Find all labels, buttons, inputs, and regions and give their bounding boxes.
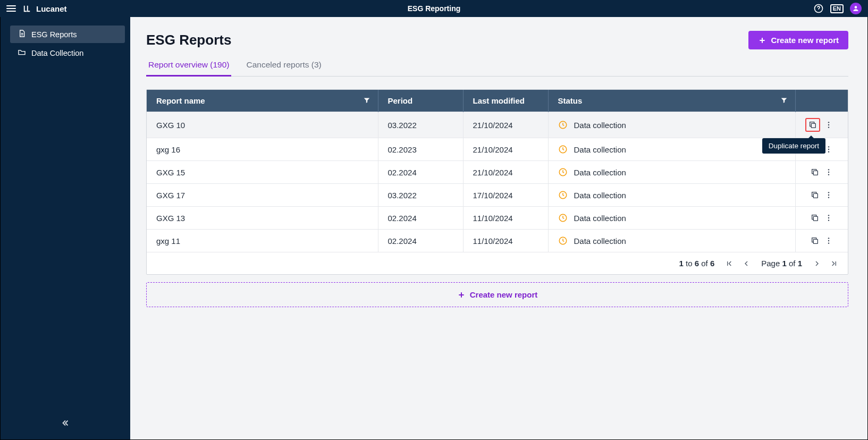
sidebar-collapse-button[interactable]	[61, 418, 70, 430]
filter-icon[interactable]	[363, 96, 370, 105]
create-report-button[interactable]: Create new report	[748, 31, 848, 49]
duplicate-report-button[interactable]	[810, 190, 820, 200]
svg-point-21	[828, 197, 829, 198]
table-row[interactable]: GXG 1003.202221/10/2024Data collectionDu…	[147, 112, 848, 138]
table-row[interactable]: GXG 1502.202421/10/2024Data collection	[147, 161, 848, 184]
cell-period: 02.2024	[378, 207, 463, 230]
cell-last-modified: 17/10/2024	[463, 184, 548, 207]
svg-rect-23	[813, 216, 818, 221]
cell-period: 03.2022	[378, 184, 463, 207]
svg-rect-13	[813, 171, 818, 175]
svg-point-14	[828, 169, 829, 170]
clock-icon	[558, 190, 568, 200]
pagination: 1 to 6 of 6 Page 1 of 1	[147, 252, 848, 274]
cell-last-modified: 21/10/2024	[463, 161, 548, 184]
sidebar-item-data-collection[interactable]: Data Collection	[10, 44, 125, 62]
row-menu-button[interactable]	[823, 167, 834, 177]
cell-report-name: GXG 10	[147, 112, 378, 138]
clock-icon	[558, 213, 568, 223]
cell-status: Data collection	[548, 207, 796, 230]
folder-icon	[18, 48, 26, 58]
tab-report-overview[interactable]: Report overview (190)	[146, 56, 231, 77]
row-menu-button[interactable]	[823, 190, 834, 200]
cell-report-name: GXG 15	[147, 161, 378, 184]
cell-last-modified: 11/10/2024	[463, 207, 548, 230]
header-right: EN	[813, 3, 862, 14]
row-menu-button[interactable]	[823, 235, 834, 246]
cell-actions	[796, 184, 848, 207]
create-report-label: Create new report	[771, 36, 839, 45]
kebab-icon	[824, 236, 833, 245]
table-row[interactable]: GXG 1703.202217/10/2024Data collection	[147, 184, 848, 207]
page-first-icon[interactable]	[725, 259, 734, 268]
menu-icon[interactable]	[6, 5, 16, 12]
kebab-icon	[824, 145, 833, 154]
table-row[interactable]: gxg 1102.202411/10/2024Data collection	[147, 230, 848, 252]
cell-period: 02.2024	[378, 161, 463, 184]
svg-point-1	[855, 6, 857, 9]
create-report-dashed-label: Create new report	[470, 290, 538, 299]
table-header-row: Report name Period Last modified Status	[147, 90, 848, 112]
pagination-first-prev	[725, 259, 751, 268]
svg-point-9	[828, 146, 829, 147]
svg-point-19	[828, 192, 829, 193]
sidebar-item-esg-reports[interactable]: ESG Reports	[10, 26, 125, 43]
duplicate-icon	[811, 214, 819, 222]
app-title: ESG Reporting	[408, 4, 461, 13]
duplicate-icon	[811, 236, 819, 245]
header-left: Lucanet	[6, 4, 67, 13]
page-prev-icon[interactable]	[742, 259, 751, 268]
sidebar-item-label: ESG Reports	[31, 30, 77, 39]
kebab-icon	[824, 191, 833, 199]
duplicate-report-button[interactable]	[810, 213, 820, 223]
col-header-actions	[796, 90, 848, 112]
svg-point-26	[828, 219, 829, 221]
status-label: Data collection	[574, 214, 626, 223]
page-last-icon[interactable]	[830, 259, 838, 268]
svg-point-29	[828, 238, 829, 239]
cell-status: Data collection	[548, 230, 796, 252]
duplicate-icon	[808, 121, 817, 129]
svg-point-5	[828, 124, 829, 125]
col-header-status[interactable]: Status	[548, 90, 796, 112]
help-icon[interactable]	[813, 3, 824, 14]
svg-rect-18	[813, 193, 818, 198]
duplicate-report-button[interactable]: Duplicate report	[805, 118, 820, 132]
create-report-dashed-button[interactable]: Create new report	[146, 282, 848, 307]
page-header: ESG Reports Create new report	[146, 31, 848, 49]
duplicate-report-button[interactable]	[810, 167, 820, 177]
svg-point-4	[828, 122, 829, 123]
language-toggle[interactable]: EN	[830, 4, 844, 13]
tab-canceled-reports[interactable]: Canceled reports (3)	[244, 56, 323, 77]
cell-period: 02.2023	[378, 138, 463, 161]
cell-period: 02.2024	[378, 230, 463, 252]
row-menu-button[interactable]	[823, 120, 834, 130]
tabs: Report overview (190) Canceled reports (…	[146, 56, 848, 77]
col-header-modified[interactable]: Last modified	[463, 90, 548, 112]
clock-icon	[558, 167, 568, 177]
status-label: Data collection	[574, 236, 626, 246]
user-avatar[interactable]	[850, 3, 862, 14]
brand-name: Lucanet	[36, 4, 67, 13]
table-row[interactable]: gxg 1602.202321/10/2024Data collection	[147, 138, 848, 161]
svg-rect-28	[813, 239, 818, 243]
col-header-name[interactable]: Report name	[147, 90, 378, 112]
duplicate-report-button[interactable]	[810, 235, 820, 246]
kebab-icon	[824, 121, 833, 129]
filter-icon[interactable]	[780, 96, 788, 105]
cell-last-modified: 21/10/2024	[463, 138, 548, 161]
table-row[interactable]: GXG 1302.202411/10/2024Data collection	[147, 207, 848, 230]
kebab-icon	[824, 168, 833, 176]
cell-report-name: gxg 16	[147, 138, 378, 161]
brand-logo[interactable]: Lucanet	[22, 4, 67, 13]
duplicate-icon	[811, 191, 819, 199]
page-next-icon[interactable]	[813, 259, 821, 268]
top-header: Lucanet ESG Reporting EN	[0, 0, 868, 17]
svg-point-15	[828, 172, 829, 173]
clock-icon	[558, 120, 568, 130]
row-menu-button[interactable]	[823, 213, 834, 223]
cell-status: Data collection	[548, 184, 796, 207]
document-icon	[18, 29, 26, 39]
svg-point-24	[828, 215, 829, 216]
col-header-period[interactable]: Period	[378, 90, 463, 112]
